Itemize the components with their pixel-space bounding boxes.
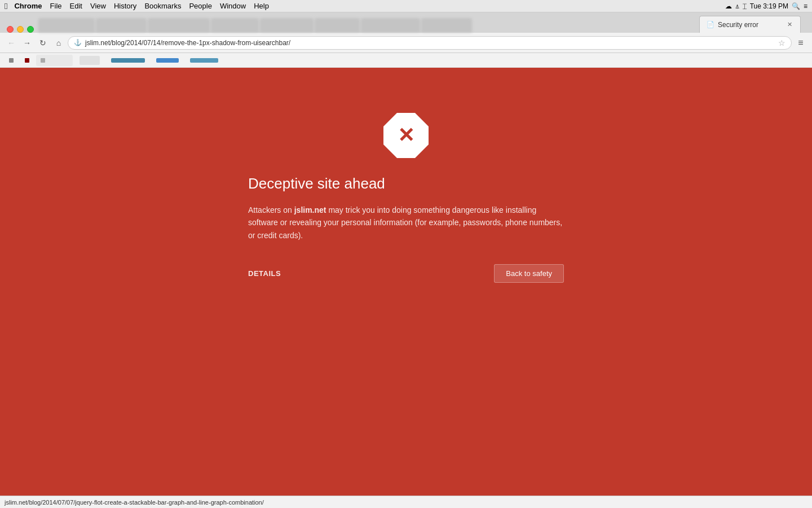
menu-bookmarks[interactable]: Bookmarks — [144, 2, 181, 10]
close-button[interactable] — [7, 26, 14, 33]
back-button[interactable]: ← — [5, 36, 18, 50]
bookmark-star-icon[interactable]: ☆ — [778, 38, 785, 47]
page-content: ✕ Deceptive site ahead Attackers on jsli… — [0, 68, 812, 496]
bookmark-1[interactable] — [5, 55, 18, 66]
menu-people[interactable]: People — [189, 2, 211, 10]
error-title: Deceptive site ahead — [248, 175, 564, 192]
bookmark-5[interactable] — [107, 55, 149, 66]
other-tab-1[interactable] — [38, 18, 95, 33]
nav-right-controls: ≡ — [794, 36, 807, 50]
warning-icon-container: ✕ — [383, 113, 429, 158]
bookmark-favicon-7 — [190, 58, 218, 63]
system-tray: ☁ ⍋ ⌶ Tue 3:19 PM 🔍 ≡ — [725, 2, 807, 10]
tab-favicon: 📄 — [707, 21, 714, 29]
bookmark-7[interactable] — [186, 55, 223, 66]
bookmark-6[interactable] — [152, 55, 183, 66]
tab-bar: 📄 Security error ✕ — [0, 12, 812, 33]
error-content: Deceptive site ahead Attackers on jslim.… — [248, 175, 564, 283]
address-bar[interactable]: ⚓ jslim.net/blog/2014/07/14/remove-the-1… — [68, 36, 792, 50]
mac-menubar:  Chrome File Edit View History Bookmark… — [0, 0, 812, 12]
notification-icon[interactable]: ≡ — [804, 2, 807, 10]
bookmark-label-3 — [47, 57, 68, 64]
tab-label: Security error — [718, 21, 782, 29]
bookmark-2[interactable] — [20, 55, 34, 66]
other-tab-6[interactable] — [315, 18, 360, 33]
battery-icon: ⌶ — [743, 2, 747, 10]
status-url: jslim.net/blog/2014/07/07/jquery-flot-cr… — [5, 499, 264, 506]
other-tab-8[interactable] — [421, 18, 472, 33]
menu-history[interactable]: History — [114, 2, 136, 10]
back-to-safety-button[interactable]: Back to safety — [494, 264, 564, 283]
bookmark-favicon-5 — [111, 58, 145, 63]
bookmark-favicon-6 — [156, 58, 179, 63]
status-bar: jslim.net/blog/2014/07/07/jquery-flot-cr… — [0, 496, 812, 508]
home-button[interactable]: ⌂ — [52, 36, 65, 50]
error-description: Attackers on jslim.net may trick you int… — [248, 204, 564, 242]
menu-window[interactable]: Window — [220, 2, 246, 10]
other-tab-2[interactable] — [96, 18, 147, 33]
apple-icon:  — [5, 1, 7, 11]
dropbox-icon: ☁ — [725, 2, 732, 10]
chrome-frame: 📄 Security error ✕ ← → ↻ ⌂ ⚓ jslim.net/b… — [0, 12, 812, 68]
minimize-button[interactable] — [17, 26, 24, 33]
other-tab-5[interactable] — [260, 18, 314, 33]
warning-octagon: ✕ — [383, 113, 429, 158]
maximize-button[interactable] — [27, 26, 34, 33]
other-tab-4[interactable] — [211, 18, 259, 33]
bookmark-favicon-3 — [41, 58, 45, 63]
menu-chrome[interactable]: Chrome — [14, 2, 42, 10]
reload-button[interactable]: ↻ — [36, 36, 50, 50]
tab-bar-tabs — [38, 18, 699, 33]
details-link[interactable]: DETAILS — [248, 269, 281, 278]
menu-items: Chrome File Edit View History Bookmarks … — [14, 2, 268, 10]
url-text: jslim.net/blog/2014/07/14/remove-the-1px… — [85, 39, 775, 47]
settings-button[interactable]: ≡ — [794, 36, 807, 50]
bookmark-3[interactable] — [36, 55, 73, 66]
other-tab-3[interactable] — [148, 18, 210, 33]
tab-close-button[interactable]: ✕ — [785, 21, 793, 29]
active-tab[interactable]: 📄 Security error ✕ — [699, 16, 801, 33]
error-actions: DETAILS Back to safety — [248, 264, 564, 283]
bookmarks-bar — [0, 53, 812, 68]
menu-view[interactable]: View — [90, 2, 106, 10]
forward-button[interactable]: → — [20, 36, 34, 50]
bookmark-favicon-1 — [9, 58, 14, 63]
other-tab-7[interactable] — [361, 18, 420, 33]
error-description-before: Attackers on — [248, 205, 294, 214]
error-site-name: jslim.net — [294, 205, 326, 214]
bookmark-label-4 — [80, 56, 100, 65]
menu-help[interactable]: Help — [254, 2, 269, 10]
spotlight-icon[interactable]: 🔍 — [792, 2, 800, 10]
tab-bar-left — [5, 24, 38, 33]
traffic-lights — [7, 26, 34, 33]
menu-edit[interactable]: Edit — [70, 2, 82, 10]
menu-file[interactable]: File — [50, 2, 62, 10]
wifi-icon: ⍋ — [735, 2, 739, 10]
bookmark-4[interactable] — [75, 55, 104, 66]
navigation-bar: ← → ↻ ⌂ ⚓ jslim.net/blog/2014/07/14/remo… — [0, 33, 812, 53]
bookmark-favicon-2 — [25, 58, 29, 63]
clock: Tue 3:19 PM — [750, 2, 788, 10]
warning-x-icon: ✕ — [398, 125, 414, 146]
page-info-icon: ⚓ — [74, 39, 82, 46]
